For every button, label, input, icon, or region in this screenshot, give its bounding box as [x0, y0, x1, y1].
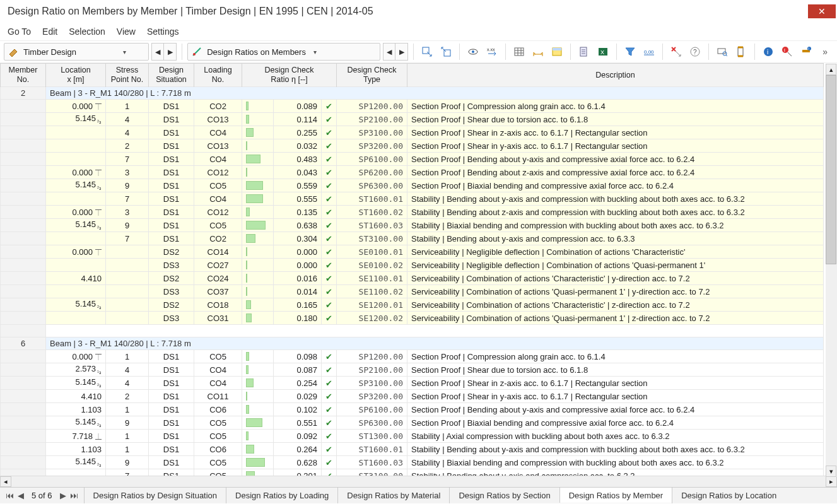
tool-decimal[interactable]: x.xx	[484, 43, 500, 61]
tool-excel[interactable]: X	[595, 43, 611, 61]
pager: ⏮ ◀ 5 of 6 ▶ ⏭	[0, 488, 84, 503]
table-row[interactable]: DS3CO270.000✔SE0100.02Serviceability | N…	[1, 259, 824, 272]
table-row[interactable]: 4.410DS2CO240.016✔SE1100.01Serviceabilit…	[1, 272, 824, 285]
svg-point-5	[472, 50, 474, 53]
bottom-tabs: ⏮ ◀ 5 of 6 ▶ ⏭ Design Ratios by Design S…	[0, 487, 837, 503]
table-row[interactable]: 5.145²₃9DS1CO50.559✔SP6300.00Section Pro…	[1, 179, 824, 192]
tool-info-red[interactable]: i	[779, 43, 795, 61]
tool-filter[interactable]	[622, 43, 638, 61]
tool-help[interactable]: ?	[687, 43, 703, 61]
tool-highlight[interactable]	[549, 43, 565, 61]
tool-more[interactable]: »	[817, 43, 833, 61]
menu-selection[interactable]: Selection	[69, 26, 105, 37]
table-row[interactable]: DS3CO310.180✔SE1200.02Serviceability | C…	[1, 312, 824, 325]
addon-prev[interactable]: ◀	[151, 43, 164, 61]
table-row[interactable]: 5.145²₃9DS1CO50.628✔ST1600.03Stability |…	[1, 456, 824, 469]
tool-precision[interactable]: 0,00	[641, 43, 657, 61]
table-row[interactable]: 7DS1CO20.304✔ST3100.00Stability | Bendin…	[1, 232, 824, 245]
tool-section[interactable]	[733, 43, 749, 61]
pager-last[interactable]: ⏭	[70, 491, 79, 500]
vertical-scrollbar[interactable]: ▴ ▾	[826, 64, 837, 477]
grid-wrap: MemberNo. Locationx [m] StressPoint No. …	[0, 63, 837, 476]
table-row[interactable]: 4.4102DS1CO110.029✔SP3200.00Section Proo…	[1, 390, 824, 403]
menu-edit[interactable]: Edit	[42, 26, 57, 37]
table-row[interactable]: 1.1031DS1CO60.102✔SP6100.00Section Proof…	[1, 403, 824, 416]
dropdown-icon: ▾	[311, 49, 319, 56]
menu-view[interactable]: View	[117, 26, 136, 37]
menu-goto[interactable]: Go To	[8, 26, 31, 37]
tab-5[interactable]: Design Ratios by Location	[672, 488, 785, 503]
horizontal-scrollbar[interactable]: ◂ ▸	[0, 476, 837, 487]
svg-point-21	[782, 47, 788, 53]
svg-text:i: i	[767, 49, 768, 56]
tab-0[interactable]: Design Ratios by Design Situation	[84, 488, 226, 503]
menu-bar: Go To Edit Selection View Settings	[0, 23, 837, 40]
svg-text:i: i	[809, 47, 809, 50]
tab-4[interactable]: Design Ratios by Member	[559, 487, 672, 503]
table-row[interactable]: 7DS1CO40.483✔SP6100.00Section Proof | Be…	[1, 153, 824, 166]
table-row[interactable]: 4DS1CO40.255✔SP3100.00Section Proof | Sh…	[1, 126, 824, 139]
scroll-right[interactable]: ▸	[826, 476, 837, 487]
table-row[interactable]: 5.145²₃4DS1CO130.114✔SP2100.00Section Pr…	[1, 113, 824, 126]
svg-rect-18	[738, 47, 743, 56]
results-grid[interactable]: MemberNo. Locationx [m] StressPoint No. …	[0, 63, 824, 476]
scroll-down[interactable]: ▾	[826, 466, 836, 477]
scroll-thumb[interactable]	[826, 75, 836, 264]
table-row[interactable]: 1.1031DS1CO60.264✔ST1600.01Stability | B…	[1, 443, 824, 456]
pager-first[interactable]: ⏮	[5, 491, 14, 500]
svg-text:?: ?	[693, 49, 697, 56]
table-row[interactable]: 5.145²₃9DS1CO50.638✔ST1600.03Stability |…	[1, 219, 824, 232]
group-header[interactable]: 2Beam | 3 - R_M1 140/280 | L : 7.718 m	[1, 87, 824, 100]
dropdown-icon: ▾	[120, 49, 129, 56]
table-row[interactable]: 2DS1CO130.032✔SP3200.00Section Proof | S…	[1, 139, 824, 153]
group-header[interactable]: 6Beam | 3 - R_M1 140/280 | L : 7.718 m	[1, 337, 824, 350]
toolbar: Timber Design ▾ ◀ ▶ Design Ratios on Mem…	[0, 40, 837, 63]
close-button[interactable]: ✕	[808, 4, 836, 18]
svg-rect-16	[718, 49, 725, 54]
pager-prev[interactable]: ◀	[16, 491, 25, 500]
tool-report[interactable]	[576, 43, 592, 61]
addon-combo-text: Timber Design	[22, 47, 117, 57]
table-next[interactable]: ▶	[395, 43, 408, 61]
table-row[interactable]: 7DS1CO50.301✔ST3100.00Stability | Bendin…	[1, 469, 824, 476]
pager-text: 5 of 6	[28, 491, 56, 500]
table-row[interactable]: DS3CO370.014✔SE1100.02Serviceability | C…	[1, 285, 824, 298]
tool-info-blue[interactable]: i	[760, 43, 776, 61]
svg-text:X: X	[600, 49, 604, 56]
tool-select-in[interactable]	[419, 43, 435, 61]
table-row[interactable]: 2.573¹₃4DS1CO40.087✔SP2100.00Section Pro…	[1, 363, 824, 377]
menu-settings[interactable]: Settings	[147, 26, 179, 37]
scroll-up[interactable]: ▴	[826, 64, 836, 75]
tool-info-section[interactable]: i	[798, 43, 814, 61]
timber-icon	[8, 47, 18, 57]
tool-select-out[interactable]	[438, 43, 454, 61]
tool-find[interactable]	[714, 43, 730, 61]
table-row[interactable]: 5.145²₃4DS1CO40.254✔SP3100.00Section Pro…	[1, 377, 824, 390]
table-row[interactable]: 0.000⏉3DS1CO120.135✔ST1600.02Stability |…	[1, 206, 824, 219]
scroll-left[interactable]: ◂	[0, 476, 11, 487]
addon-next[interactable]: ▶	[164, 43, 177, 61]
tool-delete[interactable]	[668, 43, 684, 61]
table-row[interactable]: 5.145²₃DS2CO180.165✔SE1200.01Serviceabil…	[1, 298, 824, 312]
tab-3[interactable]: Design Ratios by Section	[449, 488, 559, 503]
table-row[interactable]: 0.000⏉DS2CO140.000✔SE0100.01Serviceabili…	[1, 245, 824, 259]
tool-measure[interactable]	[530, 43, 546, 61]
table-row[interactable]: 5.145²₃9DS1CO50.551✔SP6300.00Section Pro…	[1, 416, 824, 430]
table-prev[interactable]: ◀	[383, 43, 395, 61]
table-row[interactable]: 0.000⏉1DS1CO20.089✔SP1200.00Section Proo…	[1, 100, 824, 113]
svg-text:0,00: 0,00	[644, 49, 654, 55]
table-row[interactable]: 0.000⏉3DS1CO120.043✔SP6200.00Section Pro…	[1, 166, 824, 179]
svg-text:i: i	[784, 47, 785, 53]
addon-combo[interactable]: Timber Design ▾	[4, 43, 149, 61]
tool-view-eye[interactable]	[465, 43, 481, 61]
table-row[interactable]: 7DS1CO40.555✔ST1600.01Stability | Bendin…	[1, 192, 824, 206]
table-row[interactable]: 0.000⏉1DS1CO50.098✔SP1200.00Section Proo…	[1, 350, 824, 363]
tab-2[interactable]: Design Ratios by Material	[337, 488, 449, 503]
pager-next[interactable]: ▶	[59, 491, 67, 500]
tab-1[interactable]: Design Ratios by Loading	[226, 488, 337, 503]
svg-text:x.xx: x.xx	[487, 47, 495, 52]
tool-grid[interactable]	[511, 43, 527, 61]
table-row[interactable]: 7.718⏊1DS1CO50.092✔ST1300.00Stability | …	[1, 430, 824, 443]
table-combo[interactable]: Design Ratios on Members ▾	[187, 43, 380, 61]
table-combo-text: Design Ratios on Members	[206, 47, 307, 57]
